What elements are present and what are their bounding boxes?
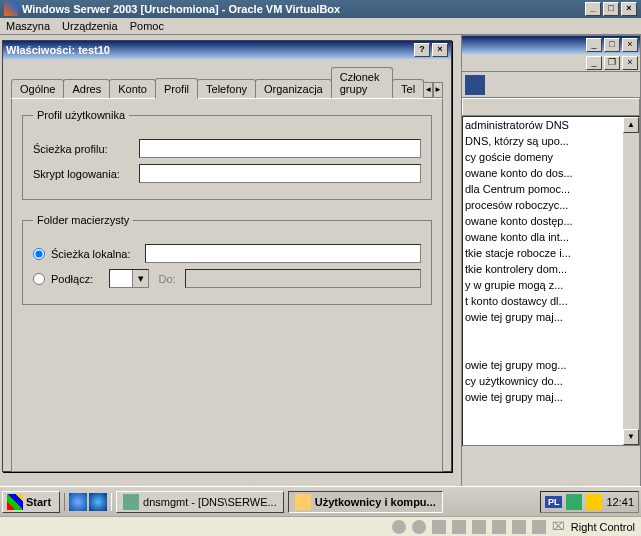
tab-scroll-left[interactable]: ◄ [423,82,433,98]
list-item[interactable]: y w grupie mogą z... [463,277,639,293]
vbox-icon [4,2,18,16]
properties-title: Właściwości: test10 [6,44,414,56]
list-item[interactable]: owie tej grupy maj... [463,389,639,405]
list-item[interactable]: owane konto dla int... [463,229,639,245]
tray-icon[interactable] [566,494,582,510]
local-path-radio[interactable] [33,248,45,260]
list-item[interactable]: procesów roboczyc... [463,197,639,213]
taskbar-item-label: Użytkownicy i kompu... [315,496,436,508]
vbox-menu-devices[interactable]: Urządzenia [62,20,118,32]
ie-icon[interactable] [89,493,107,511]
mmc-child-minimize-button[interactable]: _ [586,56,602,70]
mmc-minimize-button[interactable]: _ [586,38,602,52]
list-item[interactable]: DNS, którzy są upo... [463,133,639,149]
vbox-close-button[interactable]: × [621,2,637,16]
shared-folders-icon[interactable] [472,520,486,534]
tab-telephones[interactable]: Telefony [197,79,256,98]
list-scrollbar[interactable]: ▲ ▼ [623,117,639,445]
logon-script-input[interactable] [139,164,421,183]
profile-path-label: Ścieżka profilu: [33,143,133,155]
list-item[interactable] [463,325,639,341]
profile-path-input[interactable] [139,139,421,158]
tab-organization[interactable]: Organizacja [255,79,332,98]
taskbar: Start dnsmgmt - [DNS\SERWE... Użytkownic… [0,486,641,516]
taskbar-clock[interactable]: 12:41 [606,496,634,508]
list-item[interactable]: tkie stacje robocze i... [463,245,639,261]
logon-script-label: Skrypt logowania: [33,168,133,180]
properties-titlebar: Właściwości: test10 ? × [3,41,451,59]
scroll-up-button[interactable]: ▲ [623,117,639,133]
list-item[interactable] [463,341,639,357]
vbox-statusbar: ⌧ Right Control [0,516,641,536]
dns-icon [123,494,139,510]
mmc-toolbar-icon[interactable] [465,75,485,95]
properties-dialog: Właściwości: test10 ? × Ogólne Adres Kon… [2,40,452,472]
connect-radio[interactable] [33,273,45,285]
tab-scroll-right[interactable]: ► [433,82,443,98]
start-label: Start [26,496,51,508]
connect-to-input [185,269,421,288]
vbox-menu-machine[interactable]: Maszyna [6,20,50,32]
tab-profile[interactable]: Profil [155,78,198,99]
net-activity-icon[interactable] [432,520,446,534]
mmc-list[interactable]: administratorów DNS DNS, którzy są upo..… [462,116,640,446]
list-item[interactable]: dla Centrum pomoc... [463,181,639,197]
vbox-title: Windows Serwer 2003 [Uruchomiona] - Orac… [22,3,585,15]
user-profile-group: Profil użytkownika Ścieżka profilu: Skry… [22,109,432,200]
taskbar-item-dnsmgmt[interactable]: dnsmgmt - [DNS\SERWE... [116,491,284,513]
system-tray: PL 12:41 [540,491,639,513]
tab-more[interactable]: Tel [392,79,424,98]
tab-memberof[interactable]: Członek grupy [331,67,393,98]
cd-activity-icon[interactable] [412,520,426,534]
usb-icon[interactable] [452,520,466,534]
display-icon[interactable] [492,520,506,534]
properties-close-button[interactable]: × [432,43,448,57]
list-item[interactable]: cy użytkownicy do... [463,373,639,389]
vbox-menu-help[interactable]: Pomoc [130,20,164,32]
users-icon [295,494,311,510]
vbox-maximize-button[interactable]: □ [603,2,619,16]
vbox-minimize-button[interactable]: _ [585,2,601,16]
language-indicator[interactable]: PL [545,496,563,508]
mmc-column-header[interactable] [462,98,640,116]
local-path-label: Ścieżka lokalna: [51,248,139,260]
guest-desktop: _ □ × _ ❐ × administratorów DNS DNS, któ… [0,35,641,516]
list-item[interactable]: owane konto dostęp... [463,213,639,229]
mmc-titlebar: _ □ × [462,36,640,54]
vbox-menubar: Maszyna Urządzenia Pomoc [0,18,641,35]
tab-panel-profile: Profil użytkownika Ścieżka profilu: Skry… [11,98,443,472]
properties-help-button[interactable]: ? [414,43,430,57]
user-profile-legend: Profil użytkownika [33,109,129,121]
mmc-maximize-button[interactable]: □ [604,38,620,52]
tray-shield-icon[interactable] [586,494,602,510]
list-item[interactable]: cy goście domeny [463,149,639,165]
mmc-child-close-button[interactable]: × [622,56,638,70]
hd-activity-icon[interactable] [392,520,406,534]
tab-strip: Ogólne Adres Konto Profil Telefony Organ… [11,67,443,98]
mmc-close-button[interactable]: × [622,38,638,52]
list-item[interactable]: owane konto do dos... [463,165,639,181]
tab-general[interactable]: Ogólne [11,79,64,98]
list-item[interactable]: tkie kontrolery dom... [463,261,639,277]
home-folder-group: Folder macierzysty Ścieżka lokalna: Podł… [22,214,432,305]
show-desktop-icon[interactable] [69,493,87,511]
list-item[interactable]: t konto dostawcy dl... [463,293,639,309]
scroll-down-button[interactable]: ▼ [623,429,639,445]
recording-icon[interactable] [512,520,526,534]
list-item[interactable]: owie tej grupy mog... [463,357,639,373]
drive-letter-combo[interactable] [109,269,149,288]
quick-launch [64,493,112,511]
home-folder-legend: Folder macierzysty [33,214,133,226]
list-item[interactable]: administratorów DNS [463,117,639,133]
tab-address[interactable]: Adres [63,79,110,98]
local-path-input[interactable] [145,244,421,263]
windows-flag-icon [7,494,23,510]
mmc-toolbar [462,72,640,98]
taskbar-item-users[interactable]: Użytkownicy i kompu... [288,491,443,513]
mmc-child-restore-button[interactable]: ❐ [604,56,620,70]
start-button[interactable]: Start [2,491,60,513]
mouse-integration-icon[interactable] [532,520,546,534]
list-item[interactable]: owie tej grupy maj... [463,309,639,325]
tab-account[interactable]: Konto [109,79,156,98]
host-key-label: Right Control [571,521,635,533]
